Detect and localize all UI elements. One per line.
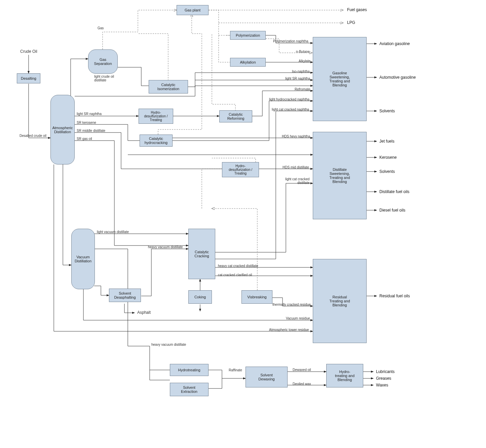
out-diesel: Diesel fuel oils	[379, 208, 405, 213]
node-catalytic-reforming: Catalytic Reforming	[219, 110, 252, 122]
stream-sr-gasoil: SR gas oil	[77, 137, 92, 141]
out-kerosene: Kerosene	[379, 155, 397, 160]
stream-cc-clarified: cat cracked clarified oil	[218, 273, 252, 277]
stream-sr-mid: SR middle distillate	[77, 129, 105, 133]
node-catalytic-hydrocracking: Catalytic hydrocracking	[140, 135, 173, 147]
node-hydro-treating-blending: Hydro- treating and Blending	[326, 364, 363, 387]
stream-hds-mid: HDS mid distillate	[283, 165, 309, 169]
stream-n-butane: n-Butane	[296, 50, 310, 53]
stream-asphalt: Asphalt	[137, 310, 151, 315]
stream-light-sr-n: light SR naphtha	[77, 112, 102, 116]
out-solvents-2: Solvents	[379, 169, 395, 174]
stream-vac-res: Vacuum residue	[286, 316, 310, 320]
node-visbreaking: Visbreaking	[241, 290, 272, 304]
stream-sr-kerosene: SR kerosene	[77, 121, 96, 124]
out-distillate-fuel: Distillate fuel oils	[379, 189, 409, 194]
stream-atm-res: Atmospheric tower residue	[269, 328, 309, 332]
stream-deoiled: Deoiled wax	[293, 382, 311, 386]
node-vacuum-distillation: Vacuum Distillation	[71, 229, 95, 289]
node-atmospheric-distillation: Atmospheric Distillation	[50, 95, 75, 164]
stream-gas: Gas	[98, 26, 104, 30]
out-lubricants: Lubricants	[376, 369, 395, 374]
stream-light-sr-n-top: light SR naphtha	[285, 77, 310, 80]
out-fuel-gases: Fuel gases	[347, 7, 367, 12]
node-solvent-extraction: Solvent Extraction	[170, 383, 209, 396]
node-hydrotreating: Hydrotreating	[170, 364, 209, 376]
node-gas-separation: Gas Separation	[88, 49, 118, 74]
node-catalytic-cracking: Catalytic Cracking	[188, 229, 215, 279]
node-gas-plant: Gas plant	[177, 5, 209, 15]
node-gasoline-blending: Gasoline Sweetening, Treating and Blendi…	[313, 37, 367, 121]
out-waxes: Waxes	[376, 383, 388, 387]
stream-poly-naphtha: Polymerization naphtha	[273, 39, 308, 43]
stream-tcr: thermally cracked residue	[272, 303, 311, 306]
node-hds-2: Hydro- desulfurization / Treating	[222, 162, 259, 177]
out-greases: Greases	[376, 376, 391, 381]
stream-hvd: heavy vacuum distillate	[148, 245, 183, 249]
out-jet: Jet fuels	[379, 139, 395, 144]
out-residual-fuel: Residual fuel oils	[379, 294, 410, 298]
node-polymerization: Polymerization	[230, 31, 266, 40]
node-alkylation: Alkylation	[230, 58, 266, 67]
out-auto-gas: Automotive gasoline	[379, 75, 416, 80]
stream-light-cc-dist: light cat cracked distillate	[285, 177, 309, 185]
stream-dewaxed: Dewaxed oil	[293, 368, 311, 372]
node-residual-blending: Residual Treating and Blending	[313, 259, 367, 343]
out-aviation-gas: Aviation gasoline	[379, 41, 410, 46]
node-hds-1: Hydro- desulfurization / Treating	[139, 109, 173, 124]
node-distillate-blending: Distillate Sweetening, Treating and Blen…	[313, 132, 367, 219]
diagram-canvas: Crude Oil Desalting Gas plant Gas Separa…	[0, 0, 486, 448]
stream-heavy-cc-dist: heavy cat cracked distillate	[218, 264, 258, 268]
stream-raffinate: Raffinate	[229, 368, 242, 372]
stream-lvd: light vacuum distillate	[97, 230, 129, 234]
connector-layer	[0, 0, 486, 448]
stream-alkylate: Alkylate	[299, 59, 310, 63]
stream-lcod: light crude oil distillate	[94, 75, 114, 82]
stream-iso-naphtha: Iso-naphtha	[292, 70, 310, 73]
node-coking: Coking	[188, 290, 212, 304]
stream-desalted: Desalted crude oil	[20, 134, 46, 138]
node-solvent-deasphalting: Solvent Deasphalting	[109, 289, 141, 302]
out-solvents-1: Solvents	[379, 109, 395, 113]
node-catalytic-isomerization: Catalytic Isomerization	[149, 80, 188, 94]
stream-hvd2: heavy vacuum distillate	[151, 343, 186, 346]
stream-light-hc-naph: light hydrocracked naphtha	[269, 98, 309, 101]
node-solvent-dewaxing: Solvent Dewaxing	[246, 367, 288, 387]
node-desalting: Desalting	[17, 73, 40, 83]
stream-refromate: Refromate	[295, 87, 310, 91]
stream-light-cc-naph: light cat cracked naphtha	[272, 108, 309, 111]
stream-hds-hevy: HDS hevy naphtha	[282, 135, 310, 138]
crude-oil-label: Crude Oil	[20, 49, 37, 54]
out-lpg: LPG	[347, 20, 355, 25]
